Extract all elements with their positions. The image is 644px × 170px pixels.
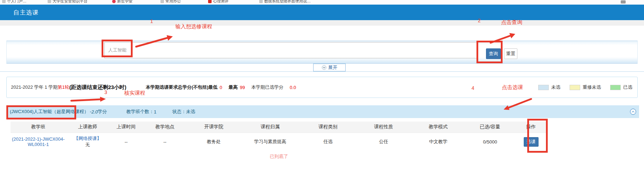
selected-swatch (610, 85, 621, 90)
table-header-row: 教学班 上课教师 上课时间 教学地点 开课学院 课程归属 课程类别 课程性质 教… (11, 122, 547, 133)
chevron-up-icon[interactable] (630, 109, 636, 115)
course-credit-unit: 学分 (98, 109, 107, 115)
chevron-down-icon (322, 65, 327, 70)
selected-credit-value: 0.0 (290, 85, 296, 90)
bookmark-item[interactable]: 新生学堂 (112, 0, 133, 4)
highlight-rect-action (527, 119, 548, 153)
course-category: 任选 (300, 133, 356, 151)
bookmark-item[interactable]: 常用办公 (160, 0, 181, 4)
highlight-rect-course (6, 105, 76, 119)
teaching-class-link[interactable]: (2021-2022-1)-JWCX004-WL0001-1 (12, 136, 65, 147)
course-nature: 公任 (356, 133, 411, 151)
semester-info-bar: 2021-2022 学年 1 学期第1轮 (距选课结束还剩23小时) 本学期选课… (6, 77, 638, 98)
expand-toggle[interactable]: 展开 (313, 64, 346, 71)
credit-requirement-text: 本学期选课要求总学分(不包括)最低 (146, 84, 218, 90)
class-time: -- (109, 133, 143, 151)
course-belong: 学习与素质提高 (241, 133, 300, 151)
teaching-class-table: 教学班 上课教师 上课时间 教学地点 开课学院 课程归属 课程类别 课程性质 教… (11, 122, 547, 151)
col-header-capacity: 已选/容量 (466, 122, 515, 133)
term-text: 2021-2022 学年 1 学期 (11, 84, 57, 90)
step-number-4: 4 (472, 85, 474, 91)
legend-selected: 已选 (610, 84, 632, 90)
step-label-3: 核实课程 (124, 90, 145, 96)
class-college: 教务处 (187, 133, 241, 151)
page-header: 自主选课 (0, 5, 644, 20)
bookmark-item[interactable]: 个人门户… (2, 0, 26, 4)
list-end-note: 已到底了 (11, 153, 547, 160)
reset-button[interactable]: 重置 (504, 48, 517, 59)
deadline-text: (距选课结束还剩23小时) (69, 84, 126, 91)
col-header-belong: 课程归属 (241, 122, 300, 133)
sub-header-strip (0, 20, 644, 25)
highlight-rect-input (102, 40, 133, 57)
step-label-2: 点击查询 (501, 19, 522, 26)
col-header-category: 课程类别 (300, 122, 356, 133)
selected-credit-label: 本学期已选学分 (251, 84, 284, 90)
annotation-arrow-1 (133, 34, 177, 49)
class-count-label: 教学班个数： (126, 109, 154, 115)
teaching-mode: 中文教学 (411, 133, 466, 151)
bookmark-icon (160, 0, 164, 3)
max-credit-value: 99 (240, 85, 245, 90)
course-status-label: 状态： (172, 109, 186, 115)
annotation-arrow-4 (500, 97, 534, 112)
max-credit-label: 最高 (229, 84, 238, 90)
teaching-mode-tag: 【网络授课】 (66, 135, 109, 142)
round-text: 第1轮 (57, 84, 69, 90)
step-label-1: 输入想选修课程 (175, 23, 212, 30)
retake-swatch (570, 85, 580, 90)
min-credit-value: 0 (220, 85, 222, 90)
search-panel: 查询 重置 (6, 41, 638, 64)
step-number-1: 1 (150, 18, 153, 24)
page-title: 自主选课 (13, 8, 39, 17)
course-summary-band[interactable]: (JWCX004)人工智能（超星网络课程） - 2.0 学分 教学班个数： 1 … (6, 105, 639, 118)
bookmark-item[interactable]: 心理测评 (208, 0, 229, 4)
step-number-2: 2 (478, 18, 481, 23)
divider-line (0, 71, 644, 72)
col-header-nature: 课程性质 (356, 122, 411, 133)
bookmark-item[interactable]: 数据系统登陆界面使用说… (259, 0, 311, 4)
step-number-3: 3 (104, 89, 107, 95)
bookmark-icon (259, 0, 263, 3)
status-legend: 未选 重修未选 已选 (538, 77, 632, 98)
expand-label: 展开 (328, 64, 338, 71)
bookmark-icon (2, 0, 6, 3)
legend-retake: 重修未选 (570, 84, 601, 90)
col-header-time: 上课时间 (109, 122, 143, 133)
legend-unselected: 未选 (538, 84, 560, 90)
col-header-college: 开课学院 (187, 122, 241, 133)
teacher-name: 无 (66, 142, 109, 148)
class-place: -- (143, 133, 187, 151)
browser-bookmarks-bar: 个人门户… 大学生安全知识平台 新生学堂 常用办公 心理测评 数据系统登陆界面使… (0, 0, 644, 5)
annotation-arrow-3 (69, 96, 109, 104)
selected-capacity: 0/5000 (466, 133, 515, 151)
step-label-4: 点击选课 (502, 84, 523, 91)
course-credit: 2.0 (91, 109, 98, 115)
table-row: (2021-2022-1)-JWCX004-WL0001-1 【网络授课】 无 … (11, 133, 547, 151)
highlight-rect-query (476, 41, 503, 63)
bookmark-icon (48, 0, 51, 3)
bookmark-icon (208, 0, 212, 3)
course-status-value: 未选 (186, 109, 195, 115)
col-header-teacher: 上课教师 (66, 122, 109, 133)
class-count-value: 1 (154, 109, 156, 115)
semester-info-text: 2021-2022 学年 1 学期第1轮 (距选课结束还剩23小时) 本学期选课… (11, 77, 296, 98)
bookmark-icon (112, 0, 116, 3)
col-header-class: 教学班 (11, 122, 66, 133)
bookmark-item[interactable]: 大学生安全知识平台 (48, 0, 87, 4)
course-selection-page: 个人门户… 大学生安全知识平台 新生学堂 常用办公 心理测评 数据系统登陆界面使… (0, 0, 644, 170)
bookmark-overflow-icon[interactable] (621, 0, 626, 4)
col-header-place: 教学地点 (143, 122, 187, 133)
unselected-swatch (538, 85, 549, 90)
col-header-mode: 教学模式 (411, 122, 466, 133)
